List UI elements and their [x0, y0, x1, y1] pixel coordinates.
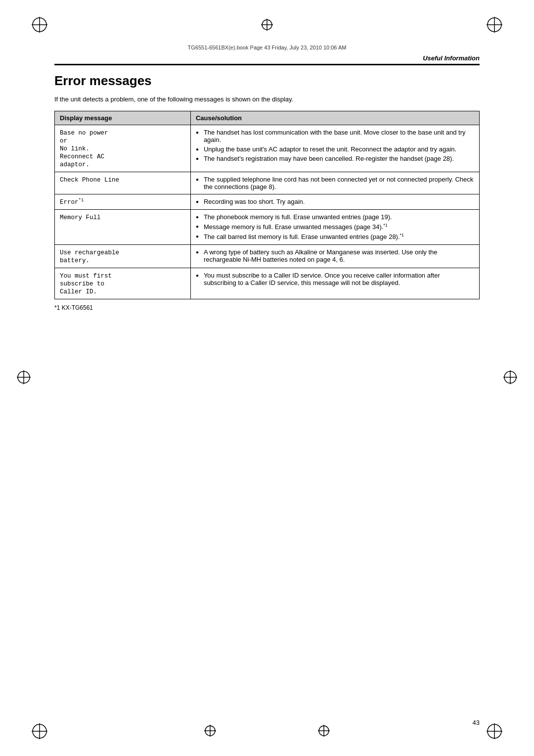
- display-message-cell: Check Phone Line: [55, 172, 191, 194]
- main-content: Error messages If the unit detects a pro…: [0, 73, 534, 311]
- top-marks-row: [0, 0, 534, 40]
- cause-item: A wrong type of battery such as Alkaline…: [196, 248, 474, 263]
- cause-item: The call barred list memory is full. Era…: [196, 233, 474, 240]
- cause-item: The handset has lost communication with …: [196, 129, 474, 143]
- bottom-left-reg-mark: [30, 721, 49, 741]
- footnote: *1 KX-TG6561: [54, 304, 480, 311]
- table-row: Use rechargeable battery.A wrong type of…: [55, 244, 480, 268]
- display-message-cell: Use rechargeable battery.: [55, 244, 191, 268]
- error-table: Display message Cause/solution Base no p…: [54, 111, 480, 299]
- cause-list: The handset has lost communication with …: [196, 129, 474, 162]
- table-row: Memory FullThe phonebook memory is full.…: [55, 210, 480, 245]
- top-right-reg-mark: [485, 15, 504, 35]
- header-divider: [54, 64, 480, 65]
- cause-list: The supplied telephone line cord has not…: [196, 176, 474, 190]
- table-row: Base no power or No link. Reconnect AC a…: [55, 125, 480, 172]
- display-message-text: Check Phone Line: [60, 177, 119, 184]
- section-header: Useful Information: [54, 54, 480, 62]
- header-area: TG6551-6561BX(e).book Page 43 Friday, Ju…: [0, 45, 534, 65]
- file-info: TG6551-6561BX(e).book Page 43 Friday, Ju…: [54, 45, 480, 50]
- bottom-center-left-mark: [203, 723, 218, 740]
- cause-list: You must subscribe to a Caller ID servic…: [196, 272, 474, 286]
- left-side-reg-mark: [15, 369, 33, 388]
- cause-item: The phonebook memory is full. Erase unwa…: [196, 213, 474, 221]
- page-container: TG6551-6561BX(e).book Page 43 Friday, Ju…: [0, 0, 534, 756]
- display-message-text: Error*1: [60, 199, 84, 206]
- display-message-cell: Error*1: [55, 194, 191, 210]
- cause-item: Recording was too short. Try again.: [196, 198, 474, 205]
- cause-solution-cell: The handset has lost communication with …: [190, 125, 479, 172]
- bottom-center-marks: [49, 723, 485, 740]
- bottom-right-reg-mark: [485, 721, 504, 741]
- table-row: Error*1Recording was too short. Try agai…: [55, 194, 480, 210]
- cause-solution-cell: A wrong type of battery such as Alkaline…: [190, 244, 479, 268]
- bottom-center-right-mark: [316, 723, 331, 740]
- display-message-text: Use rechargeable battery.: [60, 249, 119, 264]
- cause-list: A wrong type of battery such as Alkaline…: [196, 248, 474, 263]
- col-display-header: Display message: [55, 111, 191, 125]
- table-row: You must first subscribe to Caller ID.Yo…: [55, 268, 480, 299]
- top-left-reg-mark: [30, 15, 49, 35]
- cause-list: The phonebook memory is full. Erase unwa…: [196, 213, 474, 241]
- display-message-cell: Memory Full: [55, 210, 191, 245]
- display-message-cell: You must first subscribe to Caller ID.: [55, 268, 191, 299]
- cause-item: Message memory is full. Erase unwanted m…: [196, 223, 474, 231]
- cause-solution-cell: The phonebook memory is full. Erase unwa…: [190, 210, 479, 245]
- display-message-text: Memory Full: [60, 214, 101, 221]
- top-center-mark: [260, 17, 274, 32]
- cause-solution-cell: You must subscribe to a Caller ID servic…: [190, 268, 479, 299]
- cause-item: The handset's registration may have been…: [196, 155, 474, 162]
- right-side-reg-mark: [501, 369, 519, 388]
- display-message-cell: Base no power or No link. Reconnect AC a…: [55, 125, 191, 172]
- cause-item: You must subscribe to a Caller ID servic…: [196, 272, 474, 286]
- cause-item: The supplied telephone line cord has not…: [196, 176, 474, 190]
- table-row: Check Phone LineThe supplied telephone l…: [55, 172, 480, 194]
- page-title: Error messages: [54, 73, 480, 89]
- bottom-marks-row: [0, 721, 534, 741]
- intro-text: If the unit detects a problem, one of th…: [54, 95, 480, 103]
- col-cause-header: Cause/solution: [190, 111, 479, 125]
- cause-solution-cell: The supplied telephone line cord has not…: [190, 172, 479, 194]
- cause-list: Recording was too short. Try again.: [196, 198, 474, 205]
- display-message-text: Base no power or No link. Reconnect AC a…: [60, 130, 108, 168]
- table-header-row: Display message Cause/solution: [55, 111, 480, 125]
- cause-item: Unplug the base unit's AC adaptor to res…: [196, 145, 474, 153]
- display-message-text: You must first subscribe to Caller ID.: [60, 273, 112, 295]
- cause-solution-cell: Recording was too short. Try again.: [190, 194, 479, 210]
